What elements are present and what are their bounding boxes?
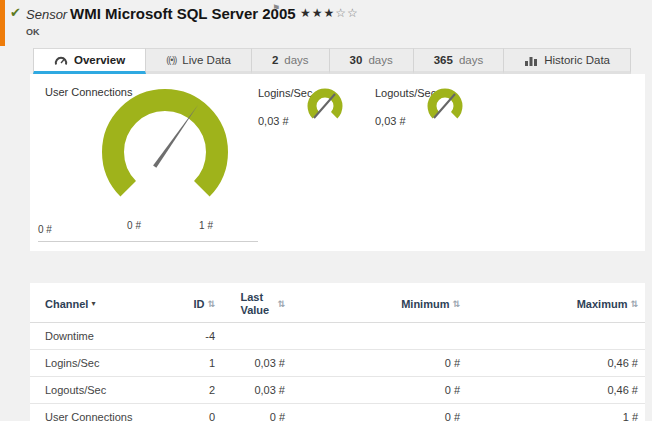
channel-last-value: 0 # bbox=[215, 404, 292, 421]
column-label: Channel bbox=[45, 298, 88, 310]
channel-last-value: 0,03 # bbox=[215, 350, 292, 377]
table-row[interactable]: Logins/Sec 1 0,03 # 0 # 0,46 # bbox=[30, 350, 645, 377]
channel-id: 1 bbox=[170, 350, 215, 377]
tab-number: 30 bbox=[350, 54, 363, 66]
channel-name[interactable]: Logouts/Sec bbox=[30, 377, 170, 404]
channel-name[interactable]: Downtime bbox=[30, 323, 170, 350]
sensor-status-badge: OK bbox=[26, 27, 40, 37]
ok-check-icon: ✔ bbox=[10, 5, 21, 20]
prtg-sensor-page: ✔ Sensor WMI Microsoft SQL Server 2005 ⚑… bbox=[0, 0, 652, 421]
channel-maximum: 1 # bbox=[460, 404, 645, 421]
axis-line bbox=[38, 241, 258, 242]
channel-table: Channel ▾ ID ⇅ Last Value ⇅ bbox=[30, 283, 645, 421]
tab-365-days[interactable]: 365 days bbox=[414, 48, 504, 74]
channel-name[interactable]: Logins/Sec bbox=[30, 350, 170, 377]
sensor-kind-label: Sensor bbox=[26, 7, 67, 22]
tab-overview[interactable]: Overview bbox=[33, 48, 146, 74]
live-signal-icon: ((•)) bbox=[166, 55, 176, 65]
gauge-max-label: 1 # bbox=[190, 220, 222, 231]
filter-caret-icon[interactable]: ▾ bbox=[91, 299, 95, 308]
column-header-id[interactable]: ID ⇅ bbox=[170, 283, 215, 323]
tab-label: Overview bbox=[74, 54, 125, 66]
stars-empty: ☆☆ bbox=[335, 6, 359, 20]
table-row[interactable]: User Connections 0 0 # 0 # 1 # bbox=[30, 404, 645, 421]
tab-historic-data[interactable]: Historic Data bbox=[504, 48, 631, 74]
tab-number: 365 bbox=[434, 54, 453, 66]
sort-icon[interactable]: ⇅ bbox=[630, 299, 638, 309]
logins-value: 0,03 # bbox=[258, 115, 289, 127]
gauge-needle bbox=[153, 105, 198, 168]
chart-icon bbox=[524, 55, 538, 66]
channel-maximum bbox=[460, 323, 645, 350]
tab-unit: days bbox=[459, 54, 483, 66]
table-row[interactable]: Logouts/Sec 2 0,03 # 0 # 0,46 # bbox=[30, 377, 645, 404]
tab-live-data[interactable]: ((•)) Live Data bbox=[146, 48, 252, 74]
channel-table-panel: Channel ▾ ID ⇅ Last Value ⇅ bbox=[30, 283, 645, 421]
column-header-minimum[interactable]: Minimum ⇅ bbox=[292, 283, 460, 323]
logouts-value: 0,03 # bbox=[375, 115, 406, 127]
status-accent-bar bbox=[0, 0, 5, 46]
priority-stars[interactable]: ★★★☆☆ bbox=[300, 6, 359, 20]
gauge-icon bbox=[54, 54, 68, 66]
channel-id: 2 bbox=[170, 377, 215, 404]
sort-icon[interactable]: ⇅ bbox=[452, 299, 460, 309]
channel-last-value bbox=[215, 323, 292, 350]
channel-id: 0 bbox=[170, 404, 215, 421]
column-label: Maximum bbox=[577, 298, 628, 310]
stars-filled: ★★★ bbox=[300, 6, 335, 20]
column-label: Minimum bbox=[401, 298, 449, 310]
flag-icon[interactable]: ⚑ bbox=[272, 3, 280, 13]
tab-number: 2 bbox=[272, 54, 278, 66]
sensor-header: ✔ Sensor WMI Microsoft SQL Server 2005 ⚑… bbox=[0, 0, 652, 46]
channel-minimum: 0 # bbox=[292, 350, 460, 377]
tab-label: Historic Data bbox=[544, 54, 610, 66]
table-row[interactable]: Downtime -4 bbox=[30, 323, 645, 350]
tab-bar: Overview ((•)) Live Data 2 days 30 days … bbox=[33, 48, 631, 74]
channel-maximum: 0,46 # bbox=[460, 377, 645, 404]
logins-gauge bbox=[302, 86, 348, 128]
tab-2-days[interactable]: 2 days bbox=[252, 48, 330, 74]
channel-minimum: 0 # bbox=[292, 404, 460, 421]
sort-icon[interactable]: ⇅ bbox=[277, 299, 285, 309]
channel-maximum: 0,46 # bbox=[460, 350, 645, 377]
channel-name[interactable]: User Connections bbox=[30, 404, 170, 421]
column-label: ID bbox=[193, 298, 204, 310]
column-header-last-value[interactable]: Last Value ⇅ bbox=[215, 283, 292, 323]
table-header-row: Channel ▾ ID ⇅ Last Value ⇅ bbox=[30, 283, 645, 323]
overview-gauges-panel: User Connections 0 # 1 # 0 # Logins/Sec … bbox=[30, 74, 645, 251]
column-header-maximum[interactable]: Maximum ⇅ bbox=[460, 283, 645, 323]
logouts-gauge bbox=[422, 86, 468, 128]
channel-minimum bbox=[292, 323, 460, 350]
sort-icon[interactable]: ⇅ bbox=[207, 299, 215, 309]
column-header-channel[interactable]: Channel ▾ bbox=[30, 283, 170, 323]
tab-30-days[interactable]: 30 days bbox=[330, 48, 414, 74]
tab-label: Live Data bbox=[182, 54, 231, 66]
tab-unit: days bbox=[368, 54, 392, 66]
channel-id: -4 bbox=[170, 323, 215, 350]
tab-unit: days bbox=[284, 54, 308, 66]
column-label: Last Value bbox=[240, 291, 274, 316]
channel-last-value: 0,03 # bbox=[215, 377, 292, 404]
gauge-min-label: 0 # bbox=[118, 220, 150, 231]
axis-zero-label: 0 # bbox=[38, 224, 52, 235]
channel-minimum: 0 # bbox=[292, 377, 460, 404]
sensor-title: WMI Microsoft SQL Server 2005 bbox=[70, 5, 296, 22]
user-connections-gauge bbox=[90, 80, 240, 225]
